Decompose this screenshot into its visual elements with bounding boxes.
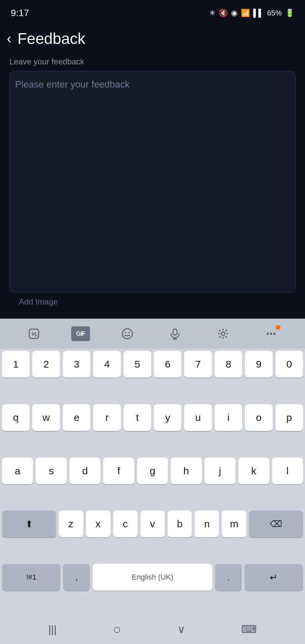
- key-6[interactable]: 6: [154, 351, 181, 378]
- nav-back-icon[interactable]: |||: [48, 623, 57, 636]
- nav-down-icon[interactable]: ∨: [177, 623, 185, 636]
- key-p[interactable]: p: [275, 404, 303, 431]
- notification-dot: [276, 325, 280, 330]
- backspace-key[interactable]: ⌫: [249, 511, 303, 537]
- key-r[interactable]: r: [93, 404, 121, 431]
- mute-icon: 🔇: [219, 9, 228, 17]
- keyboard-toolbar: GIF: [0, 319, 305, 349]
- key-2[interactable]: 2: [32, 351, 60, 378]
- svg-point-3: [122, 329, 132, 339]
- svg-point-4: [125, 332, 126, 333]
- page-title: Feedback: [17, 30, 85, 48]
- emoji-icon[interactable]: [117, 323, 138, 344]
- nav-keyboard-icon[interactable]: ⌨: [241, 623, 257, 636]
- row-zxcv: ⬆ z x c v b n m ⌫: [2, 511, 303, 561]
- row-asdf: a s d f g h j k l: [2, 458, 303, 508]
- keyboard-rows: 1 2 3 4 5 6 7 8 9 0 q w e r t y u i o p …: [0, 349, 305, 614]
- main-content: Leave your feedback Add Image: [0, 54, 305, 319]
- space-key[interactable]: English (UK): [93, 564, 213, 591]
- key-z[interactable]: z: [59, 511, 83, 537]
- key-y[interactable]: y: [154, 404, 181, 431]
- key-u[interactable]: u: [184, 404, 212, 431]
- signal-icon: ▌▌: [253, 9, 264, 17]
- wifi-icon: 📶: [241, 9, 250, 17]
- svg-point-2: [35, 332, 36, 333]
- key-f[interactable]: f: [103, 458, 134, 484]
- status-time: 9:17: [11, 8, 29, 18]
- key-8[interactable]: 8: [215, 351, 242, 378]
- row-bottom: !#1 , English (UK) . ↵: [2, 564, 303, 614]
- key-9[interactable]: 9: [245, 351, 272, 378]
- key-a[interactable]: a: [2, 458, 33, 484]
- more-icon[interactable]: [260, 323, 282, 344]
- gif-button[interactable]: GIF: [71, 326, 90, 341]
- status-bar: 9:17 ✳ 🔇 ◉ 📶 ▌▌ 65% 🔋: [0, 0, 305, 23]
- feedback-textarea-wrapper: [9, 71, 296, 292]
- symbols-key[interactable]: !#1: [2, 564, 60, 591]
- key-j[interactable]: j: [205, 458, 235, 484]
- key-x[interactable]: x: [86, 511, 111, 537]
- key-w[interactable]: w: [32, 404, 60, 431]
- status-icons: ✳ 🔇 ◉ 📶 ▌▌ 65% 🔋: [209, 9, 294, 17]
- feedback-input[interactable]: [15, 77, 290, 286]
- key-0[interactable]: 0: [275, 351, 303, 378]
- key-o[interactable]: o: [245, 404, 272, 431]
- svg-point-12: [273, 333, 275, 335]
- key-s[interactable]: s: [36, 458, 67, 484]
- svg-point-11: [270, 333, 272, 335]
- svg-point-5: [128, 332, 130, 333]
- key-d[interactable]: d: [70, 458, 100, 484]
- svg-point-9: [221, 332, 225, 335]
- key-i[interactable]: i: [215, 404, 242, 431]
- key-b[interactable]: b: [168, 511, 192, 537]
- comma-key[interactable]: ,: [63, 564, 90, 591]
- mic-icon[interactable]: [164, 323, 186, 344]
- number-row: 1 2 3 4 5 6 7 8 9 0: [2, 351, 303, 401]
- key-t[interactable]: t: [124, 404, 151, 431]
- location-icon: ◉: [231, 9, 237, 17]
- shift-key[interactable]: ⬆: [2, 511, 56, 537]
- row-qwerty: q w e r t y u i o p: [2, 404, 303, 455]
- back-button[interactable]: ‹: [7, 32, 11, 46]
- key-n[interactable]: n: [194, 511, 219, 537]
- key-5[interactable]: 5: [124, 351, 151, 378]
- nav-bar: ||| ○ ∨ ⌨: [0, 614, 305, 644]
- key-m[interactable]: m: [222, 511, 246, 537]
- sticker-icon[interactable]: [23, 323, 45, 344]
- key-3[interactable]: 3: [63, 351, 90, 378]
- key-c[interactable]: c: [113, 511, 138, 537]
- key-4[interactable]: 4: [93, 351, 121, 378]
- enter-key[interactable]: ↵: [245, 564, 303, 591]
- key-7[interactable]: 7: [184, 351, 212, 378]
- bluetooth-icon: ✳: [209, 9, 215, 17]
- key-e[interactable]: e: [63, 404, 90, 431]
- battery-text: 65%: [267, 9, 282, 17]
- battery-icon: 🔋: [285, 9, 294, 17]
- keyboard-area: GIF: [0, 319, 305, 644]
- key-k[interactable]: k: [238, 458, 269, 484]
- svg-point-1: [32, 332, 33, 333]
- svg-rect-6: [173, 329, 177, 335]
- app-header: ‹ Feedback: [0, 23, 305, 54]
- key-q[interactable]: q: [2, 404, 30, 431]
- key-l[interactable]: l: [272, 458, 303, 484]
- nav-home-icon[interactable]: ○: [113, 622, 121, 637]
- add-image-label[interactable]: Add Image: [9, 292, 296, 308]
- key-v[interactable]: v: [140, 511, 165, 537]
- key-g[interactable]: g: [137, 458, 168, 484]
- key-h[interactable]: h: [171, 458, 202, 484]
- feedback-label: Leave your feedback: [9, 57, 296, 66]
- settings-icon[interactable]: [212, 323, 234, 344]
- svg-point-10: [267, 333, 269, 335]
- period-key[interactable]: .: [215, 564, 242, 591]
- key-1[interactable]: 1: [2, 351, 30, 378]
